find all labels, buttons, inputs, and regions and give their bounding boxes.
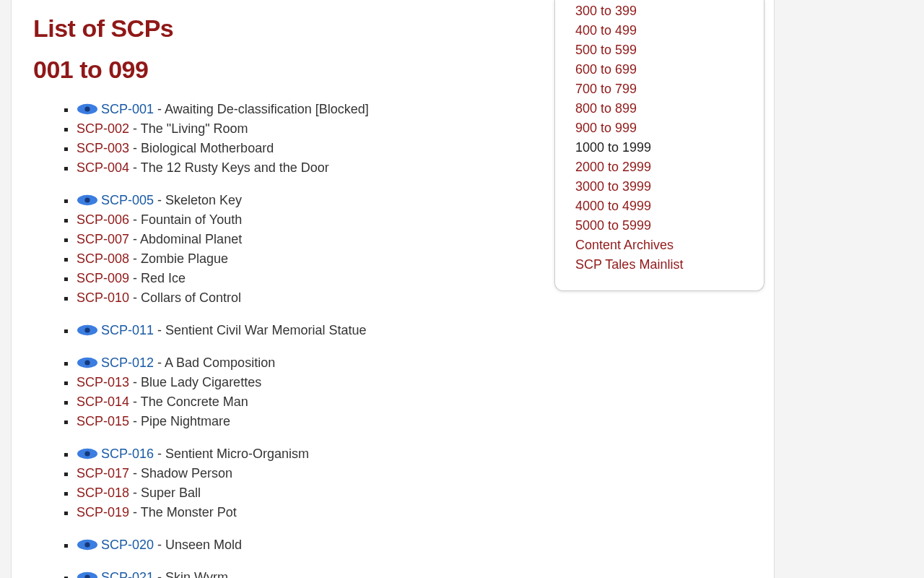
list-item: SCP-011 - Sentient Civil War Memorial St… [77, 321, 531, 340]
scp-title: Collars of Control [141, 290, 241, 305]
sidebar-item: 600 to 699 [575, 60, 752, 79]
separator: - [129, 394, 141, 409]
scp-group: SCP-011 - Sentient Civil War Memorial St… [33, 321, 531, 340]
sidebar-link[interactable]: 400 to 499 [575, 21, 637, 40]
list-item: SCP-002 - The "Living" Room [77, 119, 531, 139]
scp-title: The Concrete Man [141, 394, 248, 409]
eye-icon [77, 324, 98, 336]
sidebar-link[interactable]: 3000 to 3999 [575, 177, 651, 197]
scp-link[interactable]: SCP-008 [77, 251, 129, 266]
scp-link[interactable]: SCP-006 [77, 212, 129, 227]
sidebar-item: 400 to 499 [575, 21, 752, 40]
svg-point-5 [84, 327, 90, 332]
scp-title: Zombie Plague [141, 251, 228, 266]
sidebar-link[interactable]: 4000 to 4999 [575, 197, 651, 216]
scp-group: SCP-021 - Skin Wyrm [33, 568, 531, 578]
separator: - [154, 447, 165, 461]
separator: - [129, 375, 141, 389]
sidebar-link[interactable]: 2000 to 2999 [575, 158, 651, 177]
scp-title: Red Ice [141, 271, 186, 285]
list-item: SCP-015 - Pipe Nightmare [77, 412, 531, 431]
sidebar-item: 1000 to 1999 [575, 138, 752, 158]
scp-title: The 12 Rusty Keys and the Door [141, 160, 329, 175]
scp-title: Super Ball [141, 486, 201, 500]
list-item: SCP-016 - Sentient Micro-Organism [77, 444, 531, 464]
scp-link[interactable]: SCP-012 [101, 355, 154, 370]
scp-link[interactable]: SCP-021 [101, 570, 154, 578]
sidebar-link[interactable]: SCP Tales Mainlist [575, 255, 683, 275]
scp-link[interactable]: SCP-011 [101, 323, 154, 337]
list-item: SCP-012 - A Bad Composition [77, 353, 531, 373]
separator: - [129, 232, 140, 246]
sidebar-item: 500 to 599 [575, 40, 752, 60]
list-item: SCP-006 - Fountain of Youth [77, 210, 531, 230]
scp-link[interactable]: SCP-016 [101, 447, 154, 461]
list-item: SCP-017 - Shadow Person [77, 464, 531, 483]
separator: - [154, 355, 165, 370]
scp-link[interactable]: SCP-004 [77, 160, 129, 175]
list-item: SCP-013 - Blue Lady Cigarettes [77, 373, 531, 392]
list-item: SCP-003 - Biological Motherboard [77, 139, 531, 158]
scp-title: Unseen Mold [165, 538, 242, 552]
sidebar-item: 900 to 999 [575, 118, 752, 138]
separator: - [129, 486, 141, 500]
scp-title: Skeleton Key [165, 193, 242, 207]
scp-link[interactable]: SCP-018 [77, 486, 129, 500]
eye-icon [77, 448, 98, 460]
sidebar-nav: 300 to 399400 to 499500 to 599600 to 699… [554, 0, 764, 291]
scp-link[interactable]: SCP-003 [77, 141, 129, 155]
sidebar-item: 4000 to 4999 [575, 197, 752, 216]
sidebar-link[interactable]: 600 to 699 [575, 60, 637, 79]
scp-title: Fountain of Youth [141, 212, 242, 227]
svg-point-7 [84, 360, 90, 365]
scp-link[interactable]: SCP-017 [77, 466, 129, 480]
scp-link[interactable]: SCP-020 [101, 538, 154, 552]
sidebar-link[interactable]: 300 to 399 [575, 1, 637, 21]
scp-group: SCP-012 - A Bad CompositionSCP-013 - Blu… [33, 353, 531, 431]
sidebar-item: 2000 to 2999 [575, 158, 752, 177]
scp-link[interactable]: SCP-001 [101, 102, 154, 116]
scp-link[interactable]: SCP-007 [77, 232, 129, 246]
sidebar-item: 3000 to 3999 [575, 177, 752, 197]
separator: - [129, 160, 141, 175]
scp-link[interactable]: SCP-010 [77, 290, 129, 305]
list-item: SCP-004 - The 12 Rusty Keys and the Door [77, 158, 531, 178]
eye-icon [77, 571, 98, 578]
scp-link[interactable]: SCP-013 [77, 375, 129, 389]
sidebar-item: SCP Tales Mainlist [575, 255, 752, 275]
scp-title: Biological Motherboard [141, 141, 274, 155]
main-column: List of SCPs 001 to 099 SCP-001 - Awaiti… [12, 0, 553, 578]
list-item: SCP-014 - The Concrete Man [77, 392, 531, 412]
scp-link[interactable]: SCP-009 [77, 271, 129, 285]
scp-link[interactable]: SCP-014 [77, 394, 129, 409]
scp-title: Pipe Nightmare [141, 414, 230, 428]
sidebar-link[interactable]: 500 to 599 [575, 40, 637, 60]
sidebar-link[interactable]: 900 to 999 [575, 118, 637, 138]
sidebar-item: 5000 to 5999 [575, 216, 752, 236]
eye-icon [77, 194, 98, 206]
scp-title: Awaiting De-classification [Blocked] [165, 102, 369, 116]
list-item: SCP-021 - Skin Wyrm [77, 568, 531, 578]
eye-icon [77, 539, 98, 551]
sidebar-link[interactable]: 5000 to 5999 [575, 216, 651, 236]
sidebar-item: 300 to 399 [575, 1, 752, 21]
scp-link[interactable]: SCP-015 [77, 414, 129, 428]
svg-point-11 [84, 542, 90, 547]
sidebar-link[interactable]: 1000 to 1999 [575, 138, 651, 158]
sidebar-link[interactable]: 800 to 899 [575, 99, 637, 118]
scp-link[interactable]: SCP-002 [77, 121, 129, 136]
section-title: 001 to 099 [33, 56, 531, 84]
scp-title: The Monster Pot [141, 505, 237, 519]
page-title: List of SCPs [33, 14, 531, 43]
scp-title: Sentient Micro-Organism [165, 447, 309, 461]
separator: - [129, 212, 141, 227]
sidebar-link[interactable]: 700 to 799 [575, 79, 637, 99]
scp-link[interactable]: SCP-019 [77, 505, 129, 519]
separator: - [129, 141, 141, 155]
list-item: SCP-020 - Unseen Mold [77, 535, 531, 555]
scp-link[interactable]: SCP-005 [101, 193, 154, 207]
list-item: SCP-010 - Collars of Control [77, 288, 531, 308]
separator: - [154, 193, 165, 207]
separator: - [154, 102, 165, 116]
sidebar-link[interactable]: Content Archives [575, 236, 674, 255]
